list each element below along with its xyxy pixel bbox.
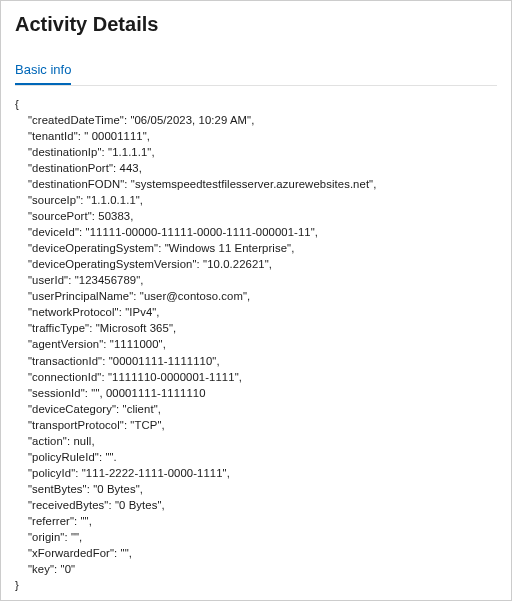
page-title: Activity Details: [15, 13, 497, 36]
tab-basic-info[interactable]: Basic info: [15, 62, 71, 85]
json-content: { "createdDateTime": "06/05/2023, 10:29 …: [15, 96, 497, 593]
tab-row: Basic info: [15, 60, 497, 86]
